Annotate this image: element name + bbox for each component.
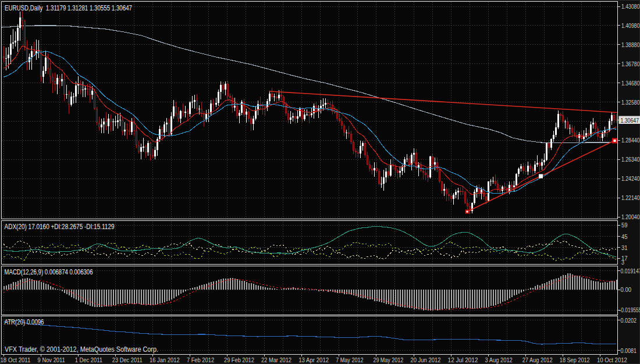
svg-text:1.36780: 1.36780 [621, 60, 640, 67]
svg-text:1.32580: 1.32580 [621, 99, 640, 106]
svg-text:1.20040: 1.20040 [621, 213, 640, 220]
svg-text:27 Aug 2012: 27 Aug 2012 [522, 356, 553, 363]
svg-text:18 Sep 2012: 18 Sep 2012 [560, 356, 590, 363]
svg-text:MACD(12,26,9) 0.006874 0.00630: MACD(12,26,9) 0.006874 0.006306 [5, 268, 93, 276]
svg-text:3: 3 [621, 259, 624, 266]
svg-text:1.34680: 1.34680 [621, 80, 640, 87]
svg-text:ADX(20) 17.0160 +DI:28.2675 -D: ADX(20) 17.0160 +DI:28.2675 -DI:15.1129 [5, 223, 115, 231]
svg-text:1 Dec 2011: 1 Dec 2011 [75, 356, 102, 363]
svg-text:7 May 2012: 7 May 2012 [336, 356, 363, 363]
svg-text:ATR(20) 0.0096: ATR(20) 0.0096 [5, 318, 44, 326]
svg-text:29 Feb 2012: 29 Feb 2012 [224, 356, 254, 363]
svg-text:1.26340: 1.26340 [621, 156, 640, 163]
svg-text:7 Feb 2012: 7 Feb 2012 [187, 356, 214, 363]
svg-text:18 Oct 2011: 18 Oct 2011 [1, 356, 31, 363]
svg-text:1.22140: 1.22140 [621, 194, 640, 201]
svg-text:3 Aug 2012: 3 Aug 2012 [485, 356, 513, 363]
svg-text:59: 59 [621, 222, 628, 229]
svg-text:20 Jun 2012: 20 Jun 2012 [411, 356, 441, 363]
svg-text:22 Mar 2012: 22 Mar 2012 [261, 356, 291, 363]
svg-text:1.24240: 1.24240 [621, 175, 640, 182]
svg-text:1.28440: 1.28440 [621, 137, 640, 144]
svg-text:10 Oct 2012: 10 Oct 2012 [597, 356, 627, 363]
svg-text:VFX Trader, © 2001-2012, MetaQ: VFX Trader, © 2001-2012, MetaQuotes Soft… [5, 345, 158, 354]
svg-text:9 Nov 2011: 9 Nov 2011 [38, 356, 65, 363]
svg-text:0.0202: 0.0202 [621, 317, 637, 324]
svg-text:EURUSD,Daily 1.31179 1.31281: EURUSD,Daily 1.31179 1.31281 1.30555 1.3… [5, 4, 132, 12]
svg-text:0.00: 0.00 [621, 286, 632, 293]
svg-text:1.30647: 1.30647 [621, 117, 639, 124]
svg-text:1.38880: 1.38880 [621, 41, 640, 48]
svg-text:45: 45 [621, 233, 628, 240]
svg-text:-0.019555: -0.019555 [620, 306, 640, 313]
svg-text:31: 31 [621, 244, 628, 251]
svg-text:16 Jan 2012: 16 Jan 2012 [150, 356, 180, 363]
svg-text:23 Dec 2011: 23 Dec 2011 [112, 356, 143, 363]
svg-text:1.40980: 1.40980 [621, 22, 640, 29]
svg-text:12 Jul 2012: 12 Jul 2012 [448, 356, 478, 363]
svg-text:0.019147: 0.019147 [621, 267, 640, 274]
svg-text:13 Apr 2012: 13 Apr 2012 [298, 356, 329, 363]
svg-text:29 May 2012: 29 May 2012 [373, 356, 403, 363]
svg-text:1.43080: 1.43080 [621, 3, 640, 10]
svg-text:0.0081: 0.0081 [621, 347, 637, 354]
